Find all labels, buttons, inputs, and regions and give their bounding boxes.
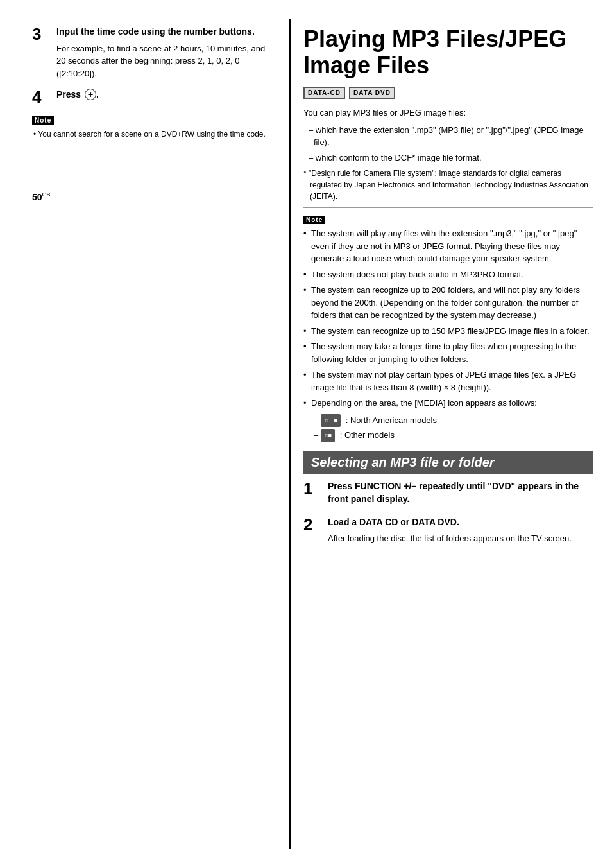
bullet-text-1: The system does not play back audio in M… <box>311 268 593 281</box>
selecting-section-header: Selecting an MP3 file or folder <box>303 451 593 474</box>
left-note-item: • You cannot search for a scene on a DVD… <box>32 128 269 140</box>
divider-1 <box>303 207 593 208</box>
left-note-box: Note • You cannot search for a scene on … <box>32 116 269 140</box>
page-number-container: 50GB <box>32 140 269 202</box>
right-column: Playing MP3 Files/JPEG Image Files DATA-… <box>289 19 612 849</box>
step-3: 3 Input the time code using the number b… <box>32 26 269 80</box>
bullet-text-3: The system can recognize up to 150 MP3 f… <box>311 325 593 338</box>
bullet-dot-6: • <box>303 397 311 410</box>
enter-button-icon: + <box>85 89 96 100</box>
media-icon-north-america: ♫↔■ <box>321 414 341 427</box>
bullet-dot-5: • <box>303 369 311 381</box>
step-3-number: 3 <box>32 26 51 42</box>
media-icon-other: ♫■ <box>321 429 335 442</box>
bullet-text-4: The system may take a longer time to pla… <box>311 340 593 365</box>
right-step-2-content: Load a DATA CD or DATA DVD. After loadin… <box>328 516 593 545</box>
badge-data-cd: DATA-CD <box>303 87 345 99</box>
right-step-2-number: 2 <box>303 516 323 533</box>
right-step-2-body: After loading the disc, the list of fold… <box>328 532 593 545</box>
bullet-text-5: The system may not play certain types of… <box>311 369 593 394</box>
right-step-1: 1 Press FUNCTION +/– repeatedly until "D… <box>303 480 593 509</box>
dash-item-1: – which conform to the DCF* image file f… <box>303 152 593 164</box>
right-step-2-title: Load a DATA CD or DATA DVD. <box>328 516 593 529</box>
bullet-text-6: Depending on the area, the [MEDIA] icon … <box>311 397 593 410</box>
dash-item-0: – which have the extension ".mp3" (MP3 f… <box>303 124 593 149</box>
bullet-dot-1: • <box>303 268 311 281</box>
media-item-1: – ♫■ : Other models <box>303 428 593 442</box>
media-item-0: – ♫↔■ : North American models <box>303 413 593 428</box>
bullet-text-2: The system can recognize up to 200 folde… <box>311 284 593 322</box>
asterisk-note: * "Design rule for Camera File system": … <box>303 168 593 202</box>
bullet-text-0: The system will play any files with the … <box>311 227 593 265</box>
bullet-dot-3: • <box>303 325 311 338</box>
step-4: 4 1Press +. <box>32 89 269 105</box>
badge-strip: DATA-CD DATA DVD <box>303 87 593 99</box>
right-step-1-content: Press FUNCTION +/– repeatedly until "DVD… <box>328 480 593 509</box>
badge-data-dvd: DATA DVD <box>349 87 395 99</box>
main-section-title: Playing MP3 Files/JPEG Image Files <box>303 26 593 79</box>
right-step-2: 2 Load a DATA CD or DATA DVD. After load… <box>303 516 593 545</box>
step-4-content: 1Press +. <box>56 89 269 105</box>
left-column: 3 Input the time code using the number b… <box>0 19 289 849</box>
bullet-dot-0: • <box>303 227 311 240</box>
step-3-body: For example, to find a scene at 2 hours,… <box>56 42 269 80</box>
bullet-item-6: • Depending on the area, the [MEDIA] ico… <box>303 397 593 410</box>
step-3-title: Input the time code using the number but… <box>56 26 269 39</box>
right-note-label: Note <box>303 216 325 224</box>
left-note-label: Note <box>32 116 54 125</box>
media-label-1: : Other models <box>340 430 395 440</box>
bullet-item-5: • The system may not play certain types … <box>303 369 593 394</box>
right-step-1-number: 1 <box>303 480 323 497</box>
step-4-title: 1Press +. <box>56 89 269 101</box>
bullet-item-2: • The system can recognize up to 200 fol… <box>303 284 593 322</box>
bullet-item-0: • The system will play any files with th… <box>303 227 593 265</box>
right-intro: You can play MP3 files or JPEG image fil… <box>303 107 593 120</box>
step-3-content: Input the time code using the number but… <box>56 26 269 80</box>
bullet-dot-2: • <box>303 284 311 297</box>
bullet-dot-4: • <box>303 340 311 353</box>
bullet-item-1: • The system does not play back audio in… <box>303 268 593 281</box>
page-number: 50GB <box>32 192 51 202</box>
bullet-item-3: • The system can recognize up to 150 MP3… <box>303 325 593 338</box>
step-4-number: 4 <box>32 89 51 105</box>
media-label-0: : North American models <box>346 415 437 425</box>
right-step-1-title: Press FUNCTION +/– repeatedly until "DVD… <box>328 480 593 505</box>
right-note-section: Note • The system will play any files wi… <box>303 214 593 442</box>
bullet-item-4: • The system may take a longer time to p… <box>303 340 593 365</box>
